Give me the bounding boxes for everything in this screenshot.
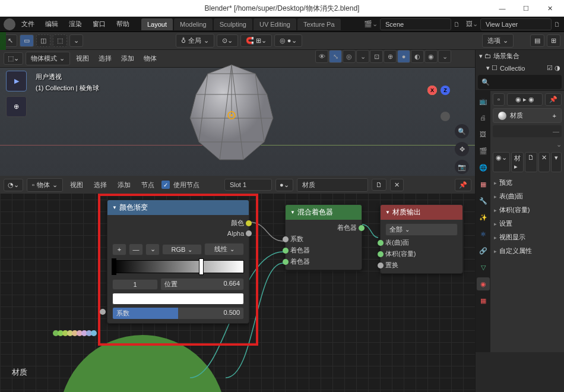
- move-view-icon[interactable]: ✥: [455, 142, 469, 156]
- out-color-socket[interactable]: [246, 220, 252, 226]
- surface-socket[interactable]: [378, 240, 384, 246]
- shading-dd-icon[interactable]: ⌄: [438, 50, 451, 63]
- outliner-filter-icon[interactable]: ▤: [530, 34, 544, 47]
- outliner-new-icon[interactable]: ⊞: [547, 34, 560, 47]
- outliner-scene-collection[interactable]: ▾ 🗀 场景集合: [476, 50, 564, 62]
- snap-dropdown[interactable]: 🧲 ⊞⌄: [240, 34, 272, 47]
- material-name-field[interactable]: 材质: [297, 178, 368, 192]
- section-custom[interactable]: 自定义属性: [493, 244, 562, 258]
- gizmo-x[interactable]: X: [427, 86, 437, 95]
- select-circle-icon[interactable]: ◫: [36, 34, 50, 47]
- outliner-search[interactable]: 🔍: [478, 75, 562, 89]
- nav-gizmo[interactable]: Z Y X: [427, 86, 463, 121]
- section-settings[interactable]: 设置: [493, 217, 562, 230]
- proportional-dropdown[interactable]: ◎ ●⌄: [274, 34, 302, 47]
- shading-solid-icon[interactable]: ●: [397, 50, 410, 63]
- overlay-dd-icon[interactable]: ⌄: [356, 50, 369, 63]
- tab-uv[interactable]: UV Editing: [254, 18, 296, 30]
- props-tab-constraint[interactable]: 🔗: [477, 244, 490, 257]
- material-slot[interactable]: 材质+: [493, 108, 562, 123]
- section-surface[interactable]: 表(曲)面: [493, 189, 562, 203]
- tab-modeling[interactable]: Modeling: [174, 18, 213, 30]
- shader1-socket[interactable]: [283, 248, 289, 254]
- shading-matprev-icon[interactable]: ◐: [411, 50, 424, 63]
- position-field[interactable]: 位置0.664: [160, 278, 244, 290]
- maximize-button[interactable]: ☐: [514, 0, 538, 17]
- props-tab-render[interactable]: 📺: [477, 94, 490, 108]
- node-menu-view[interactable]: 视图: [66, 181, 87, 189]
- target-dropdown[interactable]: 全部: [385, 223, 458, 236]
- add-stop-button[interactable]: +: [112, 244, 126, 255]
- mix-shader-node[interactable]: 混合着色器 着色器 系数 着色器 着色器: [285, 204, 362, 270]
- material-slot-empty[interactable]: —: [493, 125, 562, 137]
- node-title[interactable]: 混合着色器: [286, 205, 362, 220]
- tab-sculpting[interactable]: Sculpting: [214, 18, 252, 30]
- mat-browse-button[interactable]: ◉⌄: [493, 152, 510, 172]
- select-dropdown[interactable]: ⌄: [69, 34, 83, 47]
- select-box-icon[interactable]: ▭: [20, 34, 34, 47]
- editor-type-icon[interactable]: ⬚⌄: [4, 52, 23, 65]
- section-preview[interactable]: 预览: [493, 176, 562, 189]
- interp-dropdown[interactable]: 线性: [204, 243, 244, 255]
- node-title[interactable]: 颜色渐变: [107, 200, 249, 215]
- minimize-button[interactable]: —: [490, 0, 514, 17]
- shader-node-editor[interactable]: ◔⌄ ▫ 物体 ⌄ 视图 选择 添加 节点 使用节点 Slot 1 ●⌄ 材质 …: [0, 176, 475, 392]
- mat-browse-icon[interactable]: ●⌄: [275, 179, 293, 191]
- vp-menu-add[interactable]: 添加: [118, 54, 138, 63]
- tab-layout[interactable]: Layout: [141, 18, 173, 30]
- icosphere-object[interactable]: [172, 56, 291, 175]
- blender-logo[interactable]: [4, 18, 15, 30]
- menu-edit[interactable]: 编辑: [40, 17, 63, 31]
- menu-file[interactable]: 文件: [17, 17, 39, 31]
- stop-index-field[interactable]: 1: [112, 279, 158, 290]
- node-editor-type-icon[interactable]: ◔⌄: [4, 179, 23, 191]
- tab-texture[interactable]: Texture Pa: [297, 18, 341, 30]
- mat-name-field[interactable]: 材 ▸: [511, 152, 524, 172]
- fac-socket[interactable]: [283, 236, 289, 242]
- visibility-icon[interactable]: 👁: [315, 50, 328, 63]
- props-tab-physics[interactable]: ⚛: [477, 227, 490, 241]
- props-tab-output[interactable]: 🖨: [477, 111, 490, 124]
- node-menu-node[interactable]: 节点: [138, 181, 158, 189]
- cursor-tool-icon[interactable]: ⊕: [6, 96, 27, 117]
- pin-icon[interactable]: 📌: [455, 179, 471, 191]
- zoom-icon[interactable]: 🔍: [455, 124, 469, 138]
- menu-window[interactable]: 窗口: [88, 17, 110, 31]
- props-pin-icon[interactable]: 📌: [545, 93, 562, 106]
- menu-render[interactable]: 渲染: [64, 17, 87, 31]
- viewlayer-field[interactable]: View Layer: [480, 18, 552, 30]
- shading-wire-icon[interactable]: ⊕: [384, 50, 397, 63]
- out-alpha-socket[interactable]: [246, 230, 252, 236]
- remove-stop-button[interactable]: —: [129, 244, 143, 255]
- select-lasso-icon[interactable]: ⬚: [53, 34, 67, 47]
- vp-menu-select[interactable]: 选择: [95, 54, 115, 63]
- props-tab-scene[interactable]: 🎬: [477, 144, 490, 157]
- props-tab-object[interactable]: ▦: [477, 178, 490, 191]
- xray-icon[interactable]: ⊡: [370, 50, 383, 63]
- viewport-3d[interactable]: ⬚⌄ 物体模式 ⌄ 视图 选择 添加 物体 👁 ⤡ ◎ ⌄ ⊡ ⊕ ● ◐ ◉ …: [0, 50, 475, 176]
- out-shader-socket[interactable]: [359, 225, 365, 231]
- props-tab-viewlayer[interactable]: 🖼: [477, 128, 490, 141]
- gizmo-neg[interactable]: [441, 112, 450, 121]
- material-output-node[interactable]: 材质输出 全部 表(曲)面 体积(容量) 置换: [380, 204, 463, 274]
- stop-menu-button[interactable]: ⌄: [145, 244, 160, 255]
- camera-icon[interactable]: 📷: [455, 160, 469, 174]
- orientation-dropdown[interactable]: ♁ 全局 ⌄: [176, 34, 214, 48]
- color-ramp-gradient[interactable]: [112, 260, 244, 273]
- props-tab-world[interactable]: 🌐: [477, 161, 490, 174]
- shader2-socket[interactable]: [283, 259, 289, 265]
- color-ramp-node[interactable]: 颜色渐变 颜色 Alpha + — ⌄ RGB 线性: [107, 200, 249, 324]
- mat-del-button[interactable]: ✕: [538, 152, 550, 172]
- section-viewport[interactable]: 视图显示: [493, 230, 562, 244]
- slot-dropdown[interactable]: Slot 1: [224, 179, 272, 191]
- close-button[interactable]: ✕: [538, 0, 562, 17]
- mat-copy-button[interactable]: 🗋: [525, 152, 537, 172]
- mat-menu-button[interactable]: ▾: [551, 152, 562, 172]
- displacement-socket[interactable]: [378, 263, 384, 268]
- props-breadcrumb-obj[interactable]: ▫: [493, 93, 505, 106]
- overlay-icon[interactable]: ◎: [343, 50, 356, 63]
- node-menu-select[interactable]: 选择: [90, 181, 110, 189]
- vp-menu-view[interactable]: 视图: [72, 54, 93, 63]
- props-tab-particles[interactable]: ✨: [477, 211, 490, 224]
- node-title[interactable]: 材质输出: [381, 205, 462, 220]
